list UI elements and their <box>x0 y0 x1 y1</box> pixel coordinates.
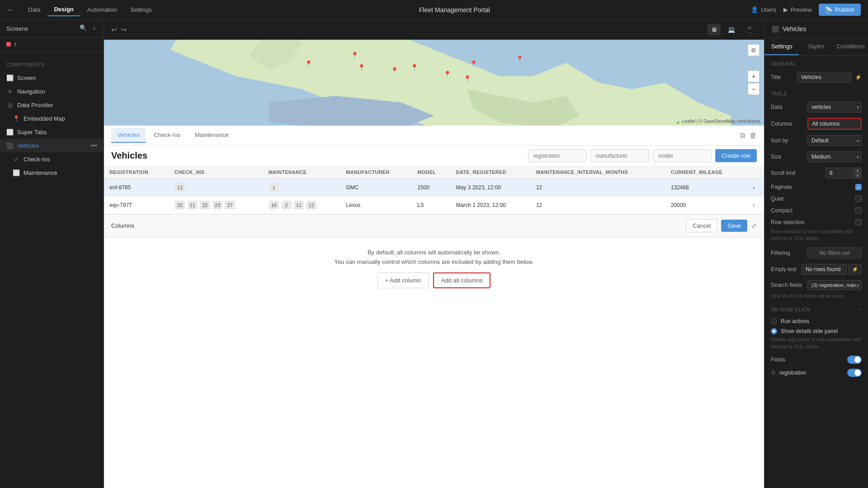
sidebar-item-embedded-map[interactable]: 📍 Embedded Map <box>0 112 104 125</box>
details-hint: Details side panel is only compatible wi… <box>764 336 868 353</box>
filtering-button[interactable]: No filters set <box>807 248 862 258</box>
scroll-limit-input[interactable] <box>826 168 853 178</box>
mobile-view-button[interactable]: 📱 <box>742 24 757 35</box>
fields-toggle[interactable] <box>847 356 862 364</box>
sidebar-item-navigation[interactable]: ≡ Navigation <box>0 84 104 98</box>
screens-label: Screens <box>6 25 28 32</box>
search-fields-select[interactable]: (3) registration, man... <box>807 280 862 290</box>
title-field-label: Title <box>771 74 793 80</box>
compact-checkbox[interactable] <box>855 207 862 214</box>
tab-data[interactable]: Data <box>22 4 47 16</box>
sidebar-header: Screens 🔍 ＋ <box>0 20 104 38</box>
users-button[interactable]: 👤 Users <box>751 6 776 13</box>
rp-tab-styles[interactable]: Styles <box>799 38 833 55</box>
tab-maintenance[interactable]: Maintenance <box>189 128 235 143</box>
tablet-view-button[interactable]: 💻 <box>724 24 739 35</box>
add-screen-icon[interactable]: ＋ <box>91 24 97 33</box>
scroll-down-arrow[interactable]: ▼ <box>854 173 862 178</box>
sidebar-item-maintenance[interactable]: ⬜ Maintenance <box>0 166 104 179</box>
badge-12b: 12 <box>306 201 316 210</box>
sort-by-select[interactable]: Default <box>807 135 862 146</box>
field-item-toggle[interactable] <box>847 369 862 377</box>
empty-text-input[interactable] <box>802 264 847 275</box>
on-row-click-collapse-icon[interactable]: − <box>858 306 862 313</box>
title-lightning-icon[interactable]: ⚡ <box>855 74 862 80</box>
table-scroll[interactable]: REGISTRATION CHECK_INS MAINTENANCE MANUF… <box>104 166 764 214</box>
cancel-button[interactable]: Cancel <box>686 219 717 232</box>
redo-button[interactable]: ↪ <box>121 25 127 34</box>
cell-maintenance: 16 2 11 12 <box>263 197 340 214</box>
field-item-label: registration <box>779 370 844 376</box>
compact-label: Compact <box>771 207 852 214</box>
manufacturer-search[interactable] <box>590 150 649 162</box>
run-actions-radio[interactable] <box>771 318 777 324</box>
sidebar-item-root[interactable]: / <box>0 38 104 51</box>
cell-row-link[interactable]: › <box>747 179 764 197</box>
preview-button[interactable]: ▶ Preview <box>783 6 811 13</box>
cell-mileage: 20000 <box>665 197 748 214</box>
publish-button[interactable]: 📡 Publish <box>819 4 861 16</box>
tab-vehicles[interactable]: Vehicles <box>111 128 146 143</box>
title-input[interactable] <box>797 72 851 83</box>
cell-row-link[interactable]: › <box>747 197 764 214</box>
field-item-registration: ⚙ registration <box>764 366 868 379</box>
columns-field-row: Columns All columns <box>764 115 868 132</box>
rp-tab-settings[interactable]: Settings <box>764 38 799 55</box>
sidebar-item-vehicles[interactable]: ⬛ Vehicles ••• <box>0 139 104 152</box>
field-settings-icon[interactable]: ⚙ <box>771 370 776 376</box>
zoom-in-button[interactable]: + <box>748 70 760 82</box>
vehicles-more-icon[interactable]: ••• <box>90 142 97 149</box>
row-selection-checkbox[interactable] <box>855 219 862 225</box>
quiet-checkbox[interactable] <box>855 196 862 202</box>
scroll-up-arrow[interactable]: ▲ <box>854 168 862 173</box>
badge-22: 22 <box>200 201 210 210</box>
map-pin-4: 📍 <box>391 67 398 74</box>
registration-search[interactable] <box>528 150 587 162</box>
create-row-button[interactable]: Create row <box>715 149 757 162</box>
add-column-button[interactable]: + Add column <box>377 272 429 288</box>
data-select[interactable]: vehicles <box>807 102 862 113</box>
run-actions-row: Run actions <box>764 316 868 326</box>
columns-panel: Columns Cancel Save ⤢ By default, all co… <box>104 214 764 299</box>
columns-all-button[interactable]: All columns <box>807 118 862 130</box>
show-details-radio[interactable] <box>771 328 777 334</box>
scroll-limit-input-group: ▲ ▼ <box>826 168 862 178</box>
delete-tab-icon[interactable]: 🗑 <box>750 131 757 140</box>
rp-tab-conditions[interactable]: Conditions <box>834 38 868 55</box>
expand-icon[interactable]: ⤢ <box>751 221 757 230</box>
table-row[interactable]: eqv-7977 32 11 22 23 27 16 <box>104 197 764 214</box>
map-pin-9: 📍 <box>516 55 524 62</box>
map-attribution: 🍃 Leaflet | © OpenStreetMap contributors <box>675 119 760 124</box>
cell-model: LS <box>412 197 450 214</box>
undo-button[interactable]: ↩ <box>111 25 117 34</box>
model-search[interactable] <box>653 150 712 162</box>
save-button[interactable]: Save <box>721 220 747 232</box>
desktop-view-button[interactable]: 🖥 <box>708 24 721 35</box>
add-all-columns-button[interactable]: Add all columns <box>433 272 491 288</box>
sort-by-field-row: Sort by Default <box>764 132 868 149</box>
on-row-click-label: ON ROW CLICK <box>771 307 811 312</box>
tab-settings[interactable]: Settings <box>124 4 158 16</box>
tab-automation[interactable]: Automation <box>81 4 123 16</box>
tab-check-ins[interactable]: Check-Ins <box>147 128 187 143</box>
sidebar-item-screen[interactable]: ⬜ Screen <box>0 71 104 84</box>
col-manufacturer: MANUFACTURER <box>340 166 412 179</box>
back-button[interactable]: ← <box>7 6 14 14</box>
zoom-out-button[interactable]: − <box>748 83 760 95</box>
root-label: / <box>14 41 97 47</box>
copy-tab-icon[interactable]: ⧉ <box>740 131 745 140</box>
tab-design[interactable]: Design <box>47 3 80 16</box>
map-settings-button[interactable]: ⚙ <box>748 44 760 56</box>
empty-text-lightning-button[interactable]: ⚡ <box>849 264 862 275</box>
paginate-checkbox[interactable]: ✓ <box>855 184 862 190</box>
col-extra <box>747 166 764 179</box>
table-row[interactable]: enf-8785 12 1 GMC 1500 May 3 2023, 12:00 <box>104 179 764 197</box>
badge-2: 2 <box>282 201 292 210</box>
search-icon[interactable]: 🔍 <box>80 24 87 33</box>
fields-row: Fields <box>764 353 868 366</box>
table-wrapper: Vehicles Check-Ins Maintenance ⧉ 🗑 Vehic… <box>104 126 764 488</box>
size-select[interactable]: Medium <box>807 151 862 162</box>
sidebar-item-data-provider[interactable]: ◎ Data Provider <box>0 98 104 112</box>
sidebar-item-super-tabs[interactable]: ⬜ Super Tabs <box>0 125 104 139</box>
sidebar-item-check-ins[interactable]: ✓ Check-Ins <box>0 152 104 166</box>
